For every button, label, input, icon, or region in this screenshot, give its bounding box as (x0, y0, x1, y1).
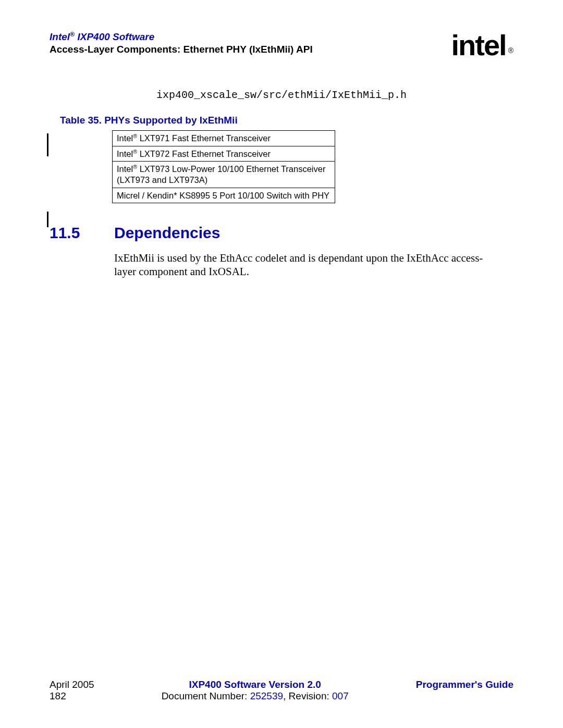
table-cell: Intel® LXT971 Fast Ethernet Transceiver (113, 131, 335, 146)
cell-pre: Intel (117, 164, 133, 174)
header-title-rest: IXP400 Software (75, 31, 154, 42)
footer-center: IXP400 Software Version 2.0 Document Num… (162, 679, 349, 702)
table-cell: Intel® LXT973 Low-Power 10/100 Ethernet … (113, 162, 335, 188)
table-row: Intel® LXT972 Fast Ethernet Transceiver (113, 146, 335, 162)
section-number: 11.5 (50, 224, 114, 242)
cell-rest: LXT971 Fast Ethernet Transceiver (137, 133, 271, 143)
rev-prefix: , Revision: (283, 690, 332, 701)
registered-icon: ® (133, 148, 137, 154)
cell-pre: Intel (117, 133, 133, 143)
section-heading: 11.5 Dependencies (50, 224, 513, 242)
page-header: Intel® IXP400 Software Access-Layer Comp… (50, 31, 513, 62)
registered-icon: ® (508, 46, 513, 55)
change-bar-icon (47, 133, 48, 156)
table-cell: Micrel / Kendin* KS8995 5 Port 10/100 Sw… (113, 188, 335, 203)
header-text-block: Intel® IXP400 Software Access-Layer Comp… (50, 31, 313, 55)
header-title-pre: Intel (50, 31, 70, 42)
footer-right: Programmer's Guide (416, 679, 513, 702)
registered-icon: ® (70, 31, 75, 38)
footer-date: April 2005 (50, 679, 94, 690)
table-caption: Table 35. PHYs Supported by IxEthMii (60, 115, 513, 126)
section-body: IxEthMii is used by the EthAcc codelet a… (114, 251, 484, 279)
logo-text: intel (451, 28, 506, 62)
page-footer: April 2005 182 IXP400 Software Version 2… (50, 679, 513, 702)
header-title: Intel® IXP400 Software (50, 31, 313, 43)
table-cell: Intel® LXT972 Fast Ethernet Transceiver (113, 146, 335, 162)
footer-left: April 2005 182 (50, 679, 94, 702)
footer-version: IXP400 Software Version 2.0 (162, 679, 349, 690)
registered-icon: ® (133, 164, 137, 170)
registered-icon: ® (133, 133, 137, 139)
phy-table: Intel® LXT971 Fast Ethernet Transceiver … (112, 130, 335, 203)
intel-logo: intel ® (451, 28, 513, 62)
change-bar-icon (47, 212, 48, 227)
cell-rest: LXT973 Low-Power 10/100 Ethernet Transce… (117, 164, 325, 184)
table-row: Micrel / Kendin* KS8995 5 Port 10/100 Sw… (113, 188, 335, 203)
source-path: ixp400_xscale_sw/src/ethMii/IxEthMii_p.h (50, 89, 513, 101)
docnum-prefix: Document Number: (162, 690, 250, 701)
table-row: Intel® LXT971 Fast Ethernet Transceiver (113, 131, 335, 146)
cell-rest: LXT972 Fast Ethernet Transceiver (137, 149, 271, 158)
document-page: Intel® IXP400 Software Access-Layer Comp… (0, 0, 563, 728)
footer-docinfo: Document Number: 252539, Revision: 007 (162, 690, 349, 702)
cell-pre: Micrel / Kendin* KS8995 5 Port 10/100 Sw… (117, 191, 329, 200)
footer-guide-title: Programmer's Guide (416, 679, 513, 690)
page-number: 182 (50, 690, 94, 702)
cell-pre: Intel (117, 149, 133, 158)
section-title: Dependencies (114, 224, 220, 242)
revision: 007 (332, 690, 349, 701)
header-subtitle: Access-Layer Components: Ethernet PHY (I… (50, 44, 313, 55)
docnum: 252539 (250, 690, 283, 701)
table-row: Intel® LXT973 Low-Power 10/100 Ethernet … (113, 162, 335, 188)
